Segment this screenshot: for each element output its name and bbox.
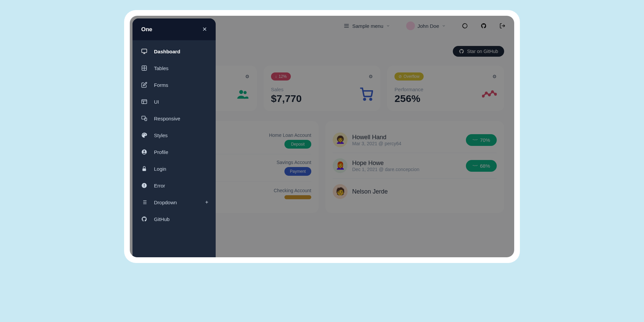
sidebar-item-label: GitHub [154,216,170,222]
github-icon [141,216,147,222]
list-icon [141,199,147,205]
alert-icon [141,182,147,189]
svg-rect-29 [144,184,145,186]
edit-icon [141,82,147,88]
svg-rect-30 [144,186,145,187]
sidebar-item-ui[interactable]: UI [132,93,216,110]
svg-rect-20 [142,100,147,104]
close-icon[interactable]: ✕ [202,26,207,33]
ui-icon [141,99,147,105]
sidebar-item-responsive[interactable]: Responsive [132,110,216,127]
sidebar-item-dashboard[interactable]: Dashboard [132,43,216,60]
brand-logo: One [141,26,152,33]
lock-icon [141,166,147,172]
sidebar-item-error[interactable]: Error [132,177,216,194]
sidebar-item-label: Error [154,183,165,189]
plus-icon: + [205,199,208,205]
monitor-icon [141,48,147,54]
svg-point-26 [144,151,145,152]
svg-rect-14 [142,49,147,53]
sidebar-item-label: UI [154,99,159,105]
sidebar-item-profile[interactable]: Profile [132,144,216,160]
sidebar-item-dropdown[interactable]: Dropdown+ [132,194,216,211]
sidebar-item-tables[interactable]: Tables [132,60,216,76]
sidebar-item-login[interactable]: Login [132,160,216,177]
sidebar-item-label: Responsive [154,116,180,121]
sidebar-item-label: Login [154,166,166,172]
sidebar-header: One ✕ [132,18,216,40]
responsive-icon [141,115,147,121]
sidebar-items: DashboardTablesFormsUIResponsiveStylesPr… [132,40,216,230]
svg-rect-27 [143,168,146,171]
sidebar: One ✕ DashboardTablesFormsUIResponsiveSt… [132,18,216,257]
sidebar-item-styles[interactable]: Styles [132,127,216,144]
sidebar-item-label: Styles [154,132,168,138]
sidebar-item-label: Dropdown [154,200,177,205]
table-icon [141,65,147,71]
user-icon [141,149,147,155]
sidebar-item-label: Dashboard [154,49,180,54]
sidebar-item-forms[interactable]: Forms [132,76,216,93]
device-frame: Sample menu John Doe Admin / Dashboard O… [124,10,520,263]
sidebar-item-github[interactable]: GitHub [132,211,216,227]
sidebar-item-label: Tables [154,65,168,71]
sidebar-item-label: Profile [154,149,168,155]
palette-icon [141,132,147,138]
app-viewport: Sample menu John Doe Admin / Dashboard O… [130,16,514,257]
sidebar-item-label: Forms [154,82,168,88]
